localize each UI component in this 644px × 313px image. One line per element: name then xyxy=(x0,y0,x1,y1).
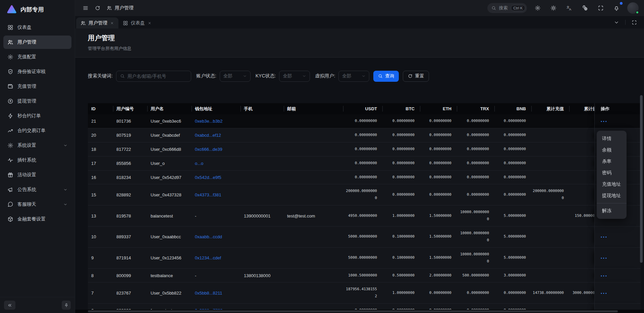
wallet-address-link[interactable]: 0xaabb...ccdd xyxy=(195,234,222,239)
settings-button[interactable] xyxy=(533,3,543,13)
table-row: 9871914User_0x1234560x1234...cdef5000.00… xyxy=(88,248,641,269)
row-actions-button[interactable]: ••• xyxy=(601,291,608,295)
sidebar-item[interactable]: 系统设置 xyxy=(3,139,71,152)
kyc-status-value: 全部 xyxy=(283,73,292,79)
wallet-address-link[interactable]: 0xabcd...ef12 xyxy=(195,133,221,138)
notifications-button[interactable] xyxy=(611,3,622,13)
timezone-button[interactable] xyxy=(580,3,590,13)
sidebar-item-label: 身份验证审核 xyxy=(17,69,67,75)
search-shortcut-badge: Ctrl K xyxy=(511,5,526,11)
cell-code: 807519 xyxy=(113,128,147,142)
avatar[interactable] xyxy=(627,2,639,14)
sidebar-item[interactable]: 用户管理 xyxy=(3,36,71,49)
cell-trx: 0.00000000 xyxy=(457,184,494,205)
cell-btc: 0.00000000 xyxy=(382,128,420,142)
sidebar-item[interactable]: 秒合约订单 xyxy=(3,109,71,123)
cell-usdt: 0.00000000 xyxy=(343,114,382,128)
cell-btc: 0.10000000 xyxy=(382,227,420,248)
search-icon xyxy=(378,74,383,78)
sidebar-item[interactable]: 身份验证审核 xyxy=(3,65,71,78)
action-menu-item[interactable]: 详情 xyxy=(597,133,627,144)
breadcrumb-label: 用户管理 xyxy=(115,5,133,11)
cell-trx: 10000.00000000 xyxy=(457,227,494,248)
cell-action: ••• xyxy=(594,248,641,269)
wallet-address-link[interactable]: 0x1234...cdef xyxy=(195,255,221,260)
cell-id: 8 xyxy=(88,269,113,283)
tab-label: 用户管理 xyxy=(89,20,107,26)
theme-button[interactable] xyxy=(548,3,558,13)
sidebar-item[interactable]: 公告系统 xyxy=(3,183,71,196)
scan-icon xyxy=(598,5,604,11)
table-row: 8800099testbalance-138001380001000.50000… xyxy=(88,269,641,283)
keyword-input[interactable] xyxy=(127,74,187,79)
wallet-address-link[interactable]: 0x5bb8...8211 xyxy=(195,291,222,296)
cell-code: 801736 xyxy=(113,114,147,128)
sidebar-item[interactable]: 充值管理 xyxy=(3,80,71,93)
close-icon[interactable] xyxy=(148,21,152,25)
sidebar-item[interactable]: 活动设置 xyxy=(3,168,71,182)
tab[interactable]: 用户管理 xyxy=(76,17,118,28)
cell-action: ••• xyxy=(594,269,641,283)
action-menu-item[interactable]: 充值地址 xyxy=(597,179,627,190)
sidebar-item[interactable]: 合约交易订单 xyxy=(3,124,71,137)
wallet-address-link[interactable]: 0x4373...f381 xyxy=(195,192,221,197)
cell-wallet: 0x5bb8...8211 xyxy=(192,283,240,304)
column-header-eth: ETH xyxy=(420,103,457,114)
row-actions-button[interactable]: ••• xyxy=(601,256,608,260)
table-row: 7823767User_0x5bb8220x5bb8...8211187956.… xyxy=(88,283,641,304)
action-menu-item[interactable]: 杀率 xyxy=(597,156,627,167)
account-status-select[interactable]: 全部 xyxy=(220,71,251,82)
action-menu-item[interactable]: 提现地址 xyxy=(597,190,627,201)
row-actions-button[interactable]: ••• xyxy=(601,119,608,123)
cell-phone xyxy=(240,184,284,205)
cell-email xyxy=(284,114,343,128)
row-actions-button[interactable]: ••• xyxy=(601,235,608,239)
query-button[interactable]: 查询 xyxy=(373,71,399,82)
cell-btc: 0.00000000 xyxy=(382,156,420,171)
sidebar-item-label: 秒合约订单 xyxy=(17,113,67,119)
column-header-phone: 手机 xyxy=(240,103,284,114)
action-menu-item[interactable]: 密码 xyxy=(597,167,627,179)
sidebar-item[interactable]: 仪表盘 xyxy=(3,21,71,34)
vertical-scrollbar-thumb[interactable] xyxy=(640,95,643,263)
account-status-label: 账户状态: xyxy=(196,73,216,79)
cell-phone: 13900000001 xyxy=(240,205,284,227)
action-menu-item[interactable]: 解冻 xyxy=(597,205,627,216)
tab[interactable]: 仪表盘 xyxy=(118,17,156,28)
tab-list-dropdown-button[interactable] xyxy=(611,17,622,27)
wallet-address-link[interactable]: 0xeb3e...b3b2 xyxy=(195,119,222,124)
refresh-button[interactable] xyxy=(93,3,103,13)
sidebar-item[interactable]: 提现管理 xyxy=(3,95,71,108)
gear-icon xyxy=(535,5,541,11)
menu-toggle-button[interactable] xyxy=(80,3,91,13)
column-header-username: 用户名 xyxy=(147,103,192,114)
sidebar-item[interactable]: 插针系统 xyxy=(3,153,71,167)
virtual-user-select[interactable]: 全部 xyxy=(338,71,369,82)
wallet-address-link[interactable]: 0xc666...de39 xyxy=(195,147,222,152)
close-icon[interactable] xyxy=(110,21,114,25)
sidebar-collapse-button[interactable] xyxy=(4,301,15,310)
kyc-status-select[interactable]: 全部 xyxy=(279,71,310,82)
online-status-dot xyxy=(636,11,639,14)
kyc-status-label: KYC状态: xyxy=(256,73,276,79)
zap-icon xyxy=(7,113,13,119)
fullscreen-button[interactable] xyxy=(596,3,606,13)
wallet-address-link[interactable]: 0x542d...e9f5 xyxy=(195,175,221,180)
page-header: 用户管理 管理平台所有用户信息 xyxy=(75,28,644,58)
horizontal-scrollbar-thumb[interactable] xyxy=(88,310,618,312)
sidebar-item[interactable]: 客服聊天 xyxy=(3,198,71,211)
wallet-address-link[interactable]: o...o xyxy=(195,161,203,166)
cell-btc: 0.00000000 xyxy=(382,184,420,205)
action-menu-item[interactable]: 余额 xyxy=(597,144,627,156)
cell-username: balancetest xyxy=(147,205,192,227)
sidebar-pin-button[interactable] xyxy=(62,301,71,310)
maximize-content-button[interactable] xyxy=(629,17,639,27)
cell-btc: 0.00000000 xyxy=(382,142,420,156)
sidebar-item[interactable]: 金融套餐设置 xyxy=(3,212,71,226)
translate-button[interactable]: 文A xyxy=(564,3,574,13)
global-search[interactable]: 搜索 Ctrl K xyxy=(487,3,527,13)
sidebar-item[interactable]: 充值配置 xyxy=(3,50,71,64)
reset-button[interactable]: 重置 xyxy=(403,71,429,82)
row-actions-button[interactable]: ••• xyxy=(601,274,608,278)
refresh-icon xyxy=(408,74,413,78)
